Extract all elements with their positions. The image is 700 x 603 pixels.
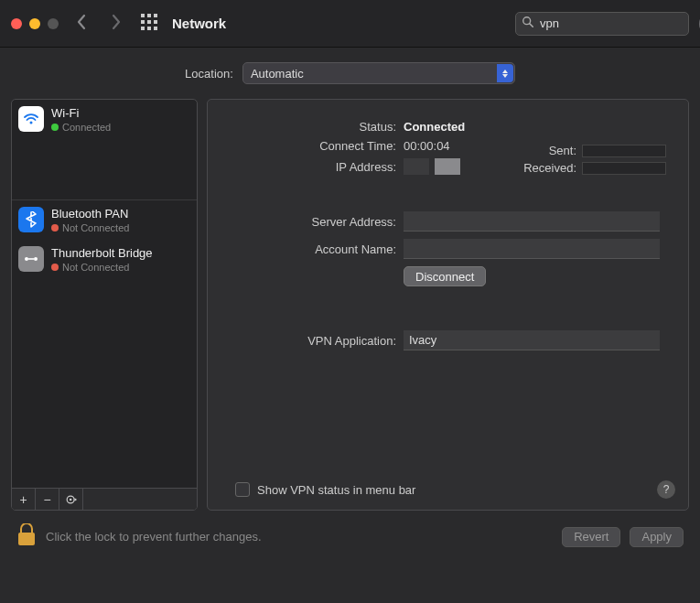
svg-point-13 bbox=[34, 257, 38, 261]
svg-point-16 bbox=[69, 498, 71, 501]
svg-rect-6 bbox=[141, 27, 145, 30]
remove-service-button[interactable]: − bbox=[36, 489, 59, 510]
window-zoom-button bbox=[48, 18, 59, 29]
svg-line-10 bbox=[530, 24, 533, 27]
svg-point-12 bbox=[25, 257, 28, 261]
service-item-tb[interactable]: Thunderbolt BridgeNot Connected bbox=[12, 240, 197, 279]
vpn-application-input[interactable] bbox=[404, 330, 660, 350]
wifi-icon bbox=[18, 106, 44, 132]
service-status: Not Connected bbox=[51, 262, 153, 273]
window-title: Network bbox=[172, 16, 226, 31]
service-sidebar: Wi-FiConnectedBluetooth PANNot Connected… bbox=[11, 99, 198, 511]
ip-address-label: IP Address: bbox=[230, 160, 404, 174]
sent-label: Sent: bbox=[549, 144, 576, 157]
search-input[interactable] bbox=[534, 16, 699, 30]
service-status: Not Connected bbox=[51, 222, 129, 233]
vpn-application-label: VPN Application: bbox=[230, 334, 404, 348]
forward-button[interactable] bbox=[110, 14, 123, 33]
svg-rect-4 bbox=[147, 20, 151, 24]
status-dot-icon bbox=[51, 264, 59, 271]
svg-rect-8 bbox=[154, 27, 157, 30]
service-status: Connected bbox=[51, 122, 111, 133]
status-value: Connected bbox=[404, 120, 465, 134]
window-minimize-button[interactable] bbox=[29, 18, 40, 29]
connect-time-label: Connect Time: bbox=[230, 139, 404, 153]
status-dot-icon bbox=[51, 224, 59, 232]
service-name: Thunderbolt Bridge bbox=[51, 246, 153, 260]
show-vpn-status-checkbox[interactable] bbox=[235, 482, 250, 497]
svg-rect-2 bbox=[154, 14, 157, 17]
service-options-button[interactable] bbox=[59, 489, 83, 510]
show-vpn-status-label: Show VPN status in menu bar bbox=[257, 483, 415, 497]
disconnect-button[interactable]: Disconnect bbox=[404, 266, 486, 286]
lock-icon[interactable] bbox=[16, 523, 37, 550]
svg-rect-5 bbox=[154, 20, 157, 24]
lock-text: Click the lock to prevent further change… bbox=[46, 530, 262, 544]
search-field-container[interactable]: ✕ bbox=[515, 12, 689, 36]
status-dot-icon bbox=[51, 124, 59, 131]
svg-rect-3 bbox=[141, 20, 145, 24]
service-item-bt[interactable]: Bluetooth PANNot Connected bbox=[12, 200, 197, 240]
account-name-label: Account Name: bbox=[230, 242, 404, 256]
back-button[interactable] bbox=[75, 14, 88, 33]
received-meter bbox=[582, 162, 666, 175]
help-button[interactable]: ? bbox=[657, 480, 675, 499]
location-label: Location: bbox=[185, 67, 233, 81]
window-close-button[interactable] bbox=[11, 18, 22, 29]
received-label: Received: bbox=[523, 161, 576, 175]
svg-rect-1 bbox=[147, 14, 151, 17]
svg-rect-17 bbox=[18, 533, 35, 545]
status-label: Status: bbox=[230, 120, 404, 134]
search-icon bbox=[522, 16, 534, 31]
show-all-button[interactable] bbox=[141, 14, 157, 33]
service-item-wifi[interactable]: Wi-FiConnected bbox=[12, 100, 197, 200]
revert-button[interactable]: Revert bbox=[562, 527, 620, 547]
service-name: Wi-Fi bbox=[51, 106, 111, 120]
apply-button[interactable]: Apply bbox=[630, 527, 684, 547]
add-service-button[interactable]: + bbox=[12, 489, 36, 510]
svg-rect-7 bbox=[147, 27, 151, 30]
server-address-label: Server Address: bbox=[230, 215, 404, 229]
location-dropdown[interactable]: Automatic bbox=[242, 62, 515, 84]
server-address-input[interactable] bbox=[404, 211, 660, 232]
detail-panel: Status: Connected Connect Time: 00:00:04… bbox=[207, 99, 689, 511]
updown-icon bbox=[497, 64, 513, 82]
ip-address-value bbox=[404, 158, 460, 175]
bt-icon bbox=[18, 207, 44, 232]
tb-icon bbox=[18, 246, 44, 272]
sent-meter bbox=[582, 145, 666, 157]
service-name: Bluetooth PAN bbox=[51, 207, 129, 221]
connect-time-value: 00:00:04 bbox=[404, 139, 450, 153]
svg-rect-0 bbox=[141, 14, 145, 17]
svg-point-11 bbox=[30, 122, 33, 124]
location-selected: Automatic bbox=[251, 67, 304, 81]
account-name-input[interactable] bbox=[404, 239, 660, 259]
